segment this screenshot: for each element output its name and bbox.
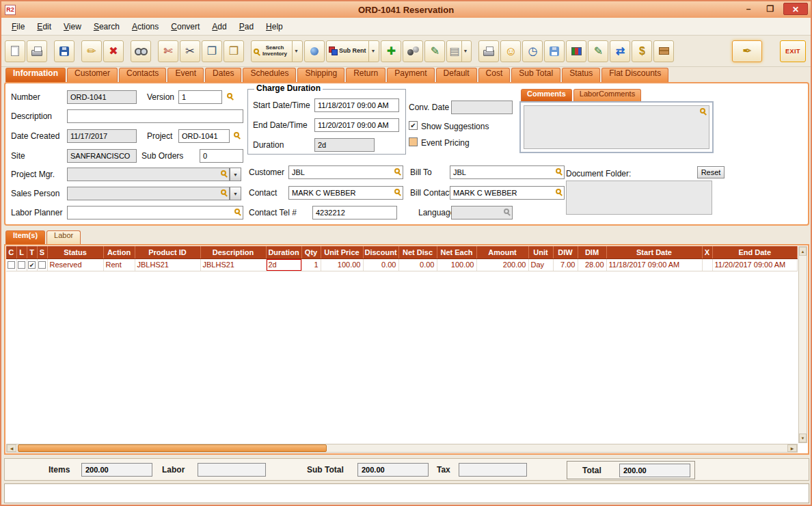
customer-search-icon[interactable] [394,168,400,174]
version-field[interactable]: 1 [178,90,222,104]
description-field[interactable] [67,109,243,123]
cell-s[interactable] [37,258,47,271]
save-button[interactable] [54,40,75,62]
delete-button[interactable]: ✖ [103,40,124,62]
print-list-button[interactable] [478,40,499,62]
sales-person-search-icon[interactable] [221,189,226,195]
cell-description[interactable]: JBLHS21 [200,258,266,271]
total-field[interactable]: 200.00 [619,464,690,477]
date-created-field[interactable]: 11/17/2017 [67,129,137,143]
bill-contact-search-icon[interactable] [556,189,561,194]
bill-contact-field[interactable]: MARK C WEBBER [450,186,565,200]
row-checkbox-c[interactable] [8,261,15,269]
cell-l[interactable] [16,258,27,271]
add-button[interactable]: ✚ [381,40,401,62]
catalog-button[interactable] [566,40,586,62]
tab-return[interactable]: Return [346,68,385,82]
search-inventory-button[interactable]: Search Inventory ▼ [251,40,303,62]
conv-date-field[interactable] [451,101,513,114]
new-button[interactable] [5,40,25,62]
bill-to-field[interactable]: JBL [450,165,565,179]
schedule-button[interactable]: ◷ [522,40,543,62]
paste-button[interactable]: ❒ [224,40,244,62]
column-header-start-date[interactable]: Start Date [606,246,702,258]
cell-start-date[interactable]: 11/18/2017 09:00 AM [606,258,702,271]
bill-to-search-icon[interactable] [556,168,561,174]
column-header-qty[interactable]: Qty [301,246,321,258]
tab-information[interactable]: Information [5,68,66,82]
cell-t[interactable]: ✔ [27,258,37,271]
cut-button[interactable]: ✂ [180,40,200,62]
contact-tel-field[interactable]: 4232212 [312,206,397,219]
column-header-action[interactable]: Action [103,246,135,258]
project-mgr-dropdown[interactable]: ▼ [230,168,241,181]
cell-duration[interactable]: 2d [266,258,301,271]
chevron-down-icon[interactable]: ▼ [292,41,300,62]
edit-button[interactable]: ✏ [81,40,102,62]
document-folder-box[interactable] [566,181,712,215]
cell-x[interactable] [702,258,712,271]
menu-view[interactable]: View [57,20,87,34]
show-suggestions-checkbox[interactable]: ✔ [409,121,418,130]
row-checkbox-l[interactable] [18,261,25,269]
cell-action[interactable]: Rent [103,258,135,271]
tab-dates[interactable]: Dates [205,68,241,82]
scroll-left-button[interactable]: ◀ [7,444,16,452]
cell-discount[interactable]: 0.00 [363,258,398,271]
cell-c[interactable] [6,258,16,271]
cell-net-disc[interactable]: 0.00 [398,258,437,271]
column-header-discount[interactable]: Discount [363,246,398,258]
column-header-unit[interactable]: Unit [528,246,553,258]
duration-field[interactable]: 2d [314,138,375,152]
sub-orders-field[interactable]: 0 [200,149,243,163]
horizontal-scrollbar[interactable]: ◀ ▶ [6,444,798,453]
edit-note-button[interactable]: ✎ [424,40,445,62]
column-header-s[interactable]: S [37,246,47,258]
invoice-button[interactable]: $ [632,40,652,62]
tab-schedules[interactable]: Schedules [243,68,296,82]
menu-actions[interactable]: Actions [126,20,165,34]
column-header-net-disc[interactable]: Net Disc [398,246,437,258]
comments-search-icon[interactable] [700,108,705,114]
project-field[interactable]: ORD-1041 [178,129,230,143]
menu-pad[interactable]: Pad [233,20,260,34]
cell-qty[interactable]: 1 [301,258,321,271]
maximize-button[interactable]: ❐ [761,3,779,15]
tab-flat-discounts[interactable]: Flat Discounts [601,68,668,82]
labor-total-field[interactable] [198,463,266,477]
scroll-down-button[interactable]: ▼ [799,434,807,442]
labor-planner-field[interactable] [67,206,243,219]
sales-person-dropdown[interactable]: ▼ [230,187,241,200]
table-row[interactable]: ✔ReservedRentJBLHS21JBLHS212d1100.000.00… [6,258,798,271]
vertical-scrollbar[interactable]: ▲ ▼ [798,246,807,443]
end-datetime-field[interactable]: 11/20/2017 09:00 AM [314,118,399,132]
cell-unit[interactable]: Day [528,258,553,271]
exit-button[interactable]: EXIT [780,40,806,62]
start-datetime-field[interactable]: 11/18/2017 09:00 AM [314,98,399,112]
cut-order-button[interactable]: ✄ [158,40,178,62]
chevron-down-icon[interactable]: ▼ [461,41,470,62]
scrollbar-track[interactable] [16,444,787,452]
close-button[interactable]: ✕ [783,3,808,15]
customer-smiley-button[interactable]: ☺ [500,40,521,62]
tab-comments[interactable]: Comments [521,89,572,101]
labor-planner-search-icon[interactable] [234,209,240,214]
cell-diw[interactable]: 7.00 [553,258,578,271]
save-as-button[interactable] [544,40,565,62]
print-button[interactable] [27,40,47,62]
column-header-l[interactable]: L [16,246,27,258]
cell-net-each[interactable]: 100.00 [437,258,476,271]
menu-edit[interactable]: Edit [31,20,57,34]
cell-amount[interactable]: 200.00 [476,258,528,271]
tax-field[interactable] [459,463,527,477]
cell-unit-price[interactable]: 100.00 [321,258,363,271]
tab-payment[interactable]: Payment [387,68,434,82]
column-header-duration[interactable]: Duration [266,246,301,258]
reset-button[interactable]: Reset [697,166,725,178]
contact-search-icon[interactable] [394,189,400,194]
items-total-field[interactable]: 200.00 [81,463,152,477]
comments-textarea[interactable] [524,105,709,149]
minimize-button[interactable]: – [740,3,757,15]
column-header-c[interactable]: C [6,246,16,258]
signature-pen-button[interactable]: ✒ [732,40,762,62]
